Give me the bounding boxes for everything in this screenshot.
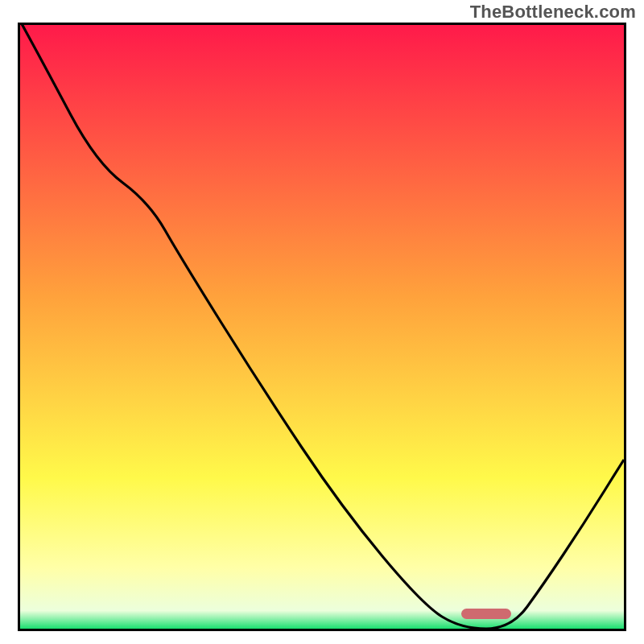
optimal-marker-pill <box>461 609 511 619</box>
chart-container: TheBottleneck.com <box>0 0 644 644</box>
watermark-text: TheBottleneck.com <box>470 2 636 23</box>
plot-frame <box>18 23 626 631</box>
curve-path <box>20 25 624 629</box>
bottleneck-curve <box>20 25 624 629</box>
